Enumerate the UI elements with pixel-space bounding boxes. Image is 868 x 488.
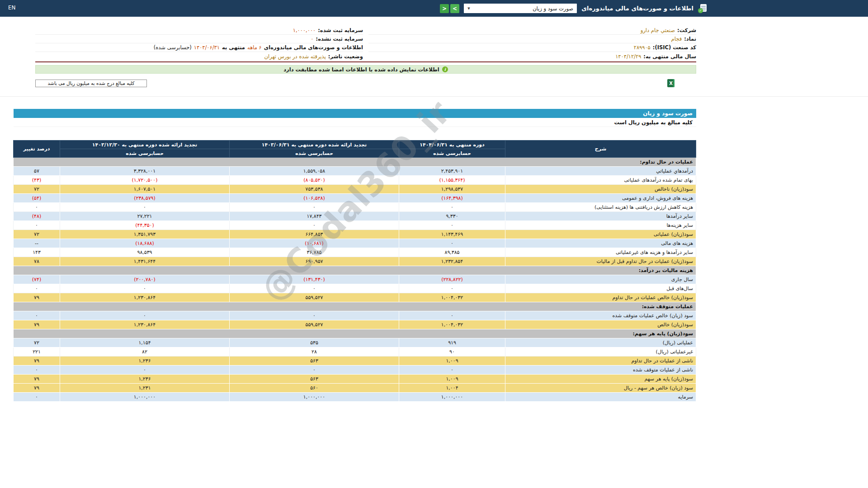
cell-value: ۳,۳۲۸,۰۰۱ bbox=[134, 168, 156, 175]
cell-value: ۱,۲۳۱ bbox=[138, 385, 151, 392]
row-label: سود(زیان) خالص عملیات در حال تداوم bbox=[505, 293, 696, 302]
cell-value: ۰ bbox=[35, 204, 38, 211]
excel-export-icon[interactable]: X bbox=[667, 79, 675, 87]
company-value: صنعتي جام دارو bbox=[641, 27, 675, 33]
table-row: سایر هزینه‌ها۰۰(۴۴,۳۵۰)۰ bbox=[14, 221, 696, 230]
table-row: بهای تمام شده درآمدهای عملیاتی(۱,۱۵۵,۳۶۴… bbox=[14, 176, 696, 185]
topbar-content: ✓ اطلاعات و صورت‌های مالی میاندوره‌ای صو… bbox=[440, 0, 708, 17]
cell-value: ۹۸,۵۳۹ bbox=[137, 249, 152, 256]
cell-value: ۷۲ bbox=[34, 339, 39, 347]
cell-value: ۵۷ bbox=[34, 168, 39, 175]
cell-value: (۴۳) bbox=[32, 177, 41, 184]
cell-value: ۱,۰۰۰,۰۰۰ bbox=[441, 394, 463, 401]
value-cell: ۰ bbox=[399, 311, 505, 320]
cell-value: ۶۹۰,۹۵۷ bbox=[306, 258, 323, 265]
cell-value: ۵۶۳ bbox=[310, 375, 318, 383]
cell-value: (۵۴) bbox=[32, 195, 41, 202]
table-row: سود (زیان) خالص عملیات متوقف شده۰۰۰۰ bbox=[14, 311, 696, 320]
cell-value: ۵۶۳ bbox=[310, 357, 318, 365]
value-cell: (۲۲۸,۸۲۲) bbox=[399, 275, 505, 284]
cell-value: (۱۰,۶۸۱) bbox=[305, 240, 324, 247]
cell-value: ۱,۴۳۱,۶۴۴ bbox=[134, 258, 156, 265]
cell-value: ۱,۰۰۹ bbox=[446, 357, 458, 365]
value-cell: ۲۷,۲۲۱ bbox=[60, 212, 230, 221]
value-cell: ۰ bbox=[230, 366, 399, 375]
value-cell: ۰ bbox=[60, 203, 230, 212]
change-percent-cell: ۷۹ bbox=[14, 293, 60, 302]
cell-value: ۷۲ bbox=[34, 186, 39, 193]
table-row: سرمایه۱,۰۰۰,۰۰۰۱,۰۰۰,۰۰۰۱,۰۰۰,۰۰۰۰ bbox=[14, 393, 696, 402]
table-row: هزینه کاهش ارزش دریافتنی ها (هزینه استثن… bbox=[14, 203, 696, 212]
change-percent-cell: (۴۳) bbox=[14, 176, 60, 185]
value-cell: ۰ bbox=[230, 311, 399, 320]
value-cell: ۰ bbox=[60, 366, 230, 375]
cell-value: ۷۹ bbox=[34, 294, 39, 301]
value-cell: ۱,۰۰۰,۰۰۰ bbox=[230, 393, 399, 402]
prev-statement-button[interactable]: < bbox=[440, 4, 449, 13]
page-title: اطلاعات و صورت‌های مالی میاندوره‌ای bbox=[581, 5, 693, 12]
cell-value: ۷۹ bbox=[34, 357, 39, 365]
table-row: سود(زیان) عملیات در حال تداوم قبل از مال… bbox=[14, 257, 696, 266]
row-label: هزینه کاهش ارزش دریافتنی ها (هزینه استثن… bbox=[505, 203, 696, 212]
value-cell: ۱,۲۳۶ bbox=[60, 375, 230, 384]
cell-value: -- bbox=[35, 240, 38, 247]
row-label: سال جاری bbox=[505, 275, 696, 284]
cell-value: (۱,۱۵۵,۳۶۴) bbox=[439, 177, 465, 184]
change-percent-cell: -- bbox=[14, 239, 60, 248]
language-toggle-link[interactable]: EN bbox=[8, 5, 16, 11]
period-months: ۶ ماهه bbox=[247, 44, 262, 51]
next-statement-button[interactable]: > bbox=[450, 4, 459, 13]
value-cell: ۸۲ bbox=[60, 347, 230, 357]
cell-value: ۱,۳۵۱,۷۹۳ bbox=[134, 231, 156, 238]
company-info-left-column: سرمایه ثبت شده: ۱,۰۰۰,۰۰۰ سرمایه ثبت نشد… bbox=[35, 26, 363, 61]
change-percent-cell: (۴۸) bbox=[14, 212, 60, 221]
value-cell: ۵۳۵ bbox=[230, 338, 399, 347]
value-cell: ۱,۲۳۲,۸۵۴ bbox=[399, 257, 505, 266]
table-row: غیرعملیاتی (ریال)۹۰۲۸۸۲۲۲۱ bbox=[14, 347, 696, 357]
value-cell: ۶۶۴,۸۵۳ bbox=[230, 230, 399, 239]
column-header-change-percent: درصد تغییر bbox=[14, 141, 60, 158]
value-cell: (۱۳۱,۴۳۰) bbox=[230, 275, 399, 284]
value-cell: ۵۶۳ bbox=[230, 357, 399, 366]
column-header-description: شرح bbox=[505, 141, 696, 158]
cell-value: ۰ bbox=[313, 312, 316, 319]
cell-value: (۱۰۶,۵۲۸) bbox=[303, 195, 325, 202]
cell-value: ۹۱۹ bbox=[448, 339, 456, 347]
table-row: درآمدهاي عملياتي۲,۴۵۳,۹۰۱۱,۵۵۹,۰۵۸۳,۳۲۸,… bbox=[14, 167, 696, 176]
cell-value: ۷۹ bbox=[34, 375, 39, 383]
chevron-down-icon: ▼ bbox=[467, 7, 470, 10]
value-cell: ۱,۰۰۹ bbox=[399, 375, 505, 384]
statement-type-select[interactable]: صورت سود و زیان ▼ bbox=[464, 4, 577, 13]
value-cell: ۵۵۹,۵۲۷ bbox=[230, 320, 399, 329]
section-row-label: عملیات متوقف شده: bbox=[14, 302, 696, 311]
table-row: سود(زیان) ناخالص۱,۲۹۸,۵۳۷۷۵۳,۵۳۸۱,۶۰۷,۵۰… bbox=[14, 185, 696, 194]
table-row: سود(زیان) خالص۱,۰۰۴,۰۳۲۵۵۹,۵۲۷۱,۲۳۰,۸۶۴۷… bbox=[14, 320, 696, 329]
info-row-registered-capital: سرمایه ثبت شده: ۱,۰۰۰,۰۰۰ bbox=[35, 26, 363, 35]
cell-value: (۴۴,۳۵۰) bbox=[135, 222, 154, 229]
cell-value: (۴۸) bbox=[32, 213, 41, 220]
column-header-restated-6m: تجدید ارائه شده دوره منتهی به ۱۴۰۳/۰۶/۳۱ bbox=[230, 141, 399, 149]
value-cell: ۶۹۰,۹۵۷ bbox=[230, 257, 399, 266]
table-row: سال‌های قبل۰۰۰۰ bbox=[14, 284, 696, 293]
info-row-period: اطلاعات و صورت‌های مالی میاندوره‌ای ۶ ما… bbox=[35, 43, 363, 52]
value-cell: (۴۴,۳۵۰) bbox=[60, 221, 230, 230]
value-cell: ۹۰ bbox=[399, 347, 505, 357]
table-row: عملیات در حال تداوم: bbox=[14, 158, 696, 167]
info-row-unregistered-capital: سرمایه ثبت نشده: ۰ bbox=[35, 35, 363, 43]
page-content: شرکت: صنعتي جام دارو نماد: فجام کد صنعت … bbox=[0, 26, 708, 402]
value-cell: ۸۹,۳۸۵ bbox=[399, 248, 505, 257]
subheader-audited-year: حسابرسی شده bbox=[60, 149, 230, 158]
cell-value: (۸۰۵,۵۲۰) bbox=[303, 177, 325, 184]
cell-value: ۲۲۱ bbox=[33, 348, 41, 356]
change-percent-cell: ۰ bbox=[14, 393, 60, 402]
change-percent-cell: ۷۲ bbox=[14, 338, 60, 347]
table-row: سود(زیان) خالص عملیات در حال تداوم۱,۰۰۴,… bbox=[14, 293, 696, 302]
value-cell: (۱,۷۲۰,۵۰۰) bbox=[60, 176, 230, 185]
value-cell: ۹,۳۳۰ bbox=[399, 212, 505, 221]
value-cell: ۱,۱۴۳,۴۶۹ bbox=[399, 230, 505, 239]
cell-value: ۷۵۳,۵۳۸ bbox=[306, 186, 323, 193]
value-cell: ۱,۲۳۰,۸۶۴ bbox=[60, 293, 230, 302]
value-cell: ۱,۰۰۴,۰۳۲ bbox=[399, 320, 505, 329]
row-label: سود(زیان) عملیات در حال تداوم قبل از مال… bbox=[505, 257, 696, 266]
cell-value: ۵۵۹,۵۲۷ bbox=[306, 294, 323, 301]
